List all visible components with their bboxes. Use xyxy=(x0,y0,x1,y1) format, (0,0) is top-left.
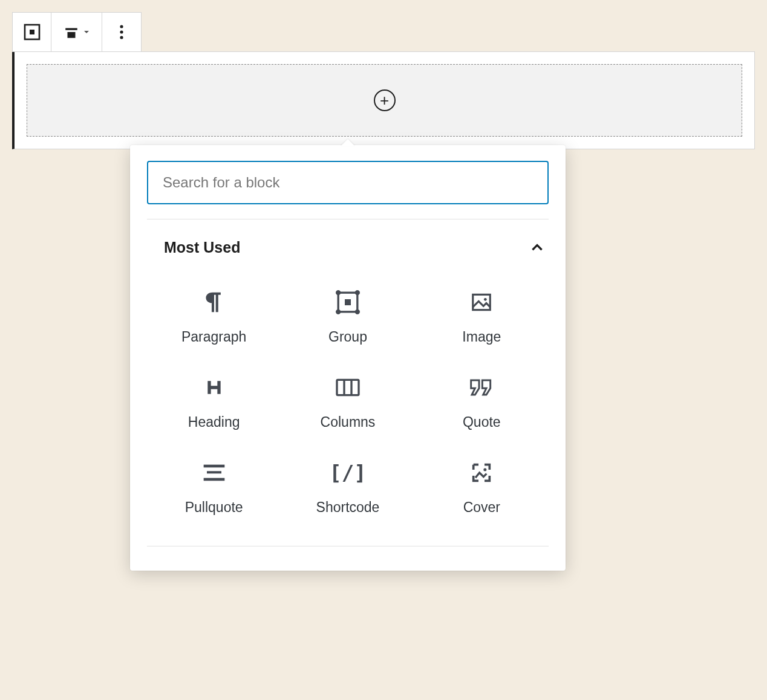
cover-icon xyxy=(469,461,494,485)
shortcode-icon: [/] xyxy=(336,461,360,485)
svg-rect-1 xyxy=(30,30,34,34)
svg-point-21 xyxy=(484,468,487,472)
block-quote[interactable]: Quote xyxy=(415,368,549,436)
block-label: Paragraph xyxy=(181,329,246,345)
svg-rect-19 xyxy=(207,471,221,473)
block-label: Cover xyxy=(463,499,500,516)
paragraph-icon xyxy=(202,290,226,314)
group-icon xyxy=(22,22,42,42)
svg-point-10 xyxy=(337,310,340,313)
block-paragraph[interactable]: Paragraph xyxy=(147,283,281,351)
svg-point-6 xyxy=(120,36,123,39)
svg-rect-3 xyxy=(67,32,75,38)
align-button[interactable] xyxy=(51,13,102,51)
group-block-button[interactable] xyxy=(13,13,51,51)
group-icon xyxy=(336,290,360,314)
block-columns[interactable]: Columns xyxy=(281,368,414,436)
svg-point-14 xyxy=(484,298,487,301)
block-label: Heading xyxy=(188,414,240,430)
svg-point-11 xyxy=(356,310,359,313)
block-label: Image xyxy=(462,329,501,345)
svg-rect-20 xyxy=(203,478,224,481)
selected-block[interactable]: + xyxy=(12,51,755,149)
block-group[interactable]: Group xyxy=(281,283,414,351)
block-label: Group xyxy=(328,329,367,345)
align-icon xyxy=(64,24,79,40)
block-cover[interactable]: Cover xyxy=(415,453,549,522)
more-options-button[interactable] xyxy=(102,13,141,51)
svg-rect-2 xyxy=(65,28,77,30)
pullquote-icon xyxy=(202,461,226,485)
plus-icon: + xyxy=(380,92,389,108)
svg-point-4 xyxy=(120,25,123,28)
quote-icon xyxy=(469,375,494,400)
block-label: Columns xyxy=(321,414,376,430)
chevron-down-icon xyxy=(83,28,90,36)
search-input[interactable] xyxy=(147,161,549,204)
block-label: Shortcode xyxy=(316,499,380,516)
svg-point-5 xyxy=(120,30,123,33)
svg-rect-15 xyxy=(337,380,359,395)
svg-point-8 xyxy=(337,291,340,294)
block-shortcode[interactable]: [/] Shortcode xyxy=(281,453,414,522)
chevron-up-icon xyxy=(529,240,545,256)
block-label: Pullquote xyxy=(185,499,243,516)
block-image[interactable]: Image xyxy=(415,283,549,351)
block-inserter-popover: Most Used Paragraph Group Image He xyxy=(130,145,566,571)
block-label: Quote xyxy=(463,414,501,430)
svg-point-9 xyxy=(356,291,359,294)
columns-icon xyxy=(336,375,360,400)
more-icon xyxy=(119,24,124,41)
section-title: Most Used xyxy=(164,239,240,256)
divider xyxy=(147,546,549,546)
heading-icon xyxy=(202,375,226,400)
image-icon xyxy=(469,290,494,314)
svg-rect-18 xyxy=(203,465,224,468)
blocks-grid: Paragraph Group Image Heading Columns xyxy=(130,268,566,546)
block-pullquote[interactable]: Pullquote xyxy=(147,453,281,522)
svg-rect-12 xyxy=(345,299,351,305)
add-block-button[interactable]: + xyxy=(374,89,396,111)
svg-rect-13 xyxy=(473,294,491,309)
section-header[interactable]: Most Used xyxy=(130,219,566,268)
block-heading[interactable]: Heading xyxy=(147,368,281,436)
block-appender[interactable]: + xyxy=(27,64,742,137)
block-toolbar xyxy=(12,12,142,52)
